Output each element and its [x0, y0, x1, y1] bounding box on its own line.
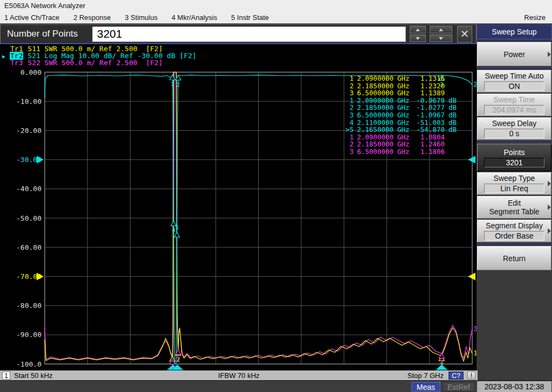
softkey-menu-title: Sweep Setup [477, 24, 552, 39]
softkey-sweep-time: Sweep Time204.0974 ms [477, 94, 551, 116]
svg-text:1: 1 [170, 81, 174, 88]
menu-bar: 1 Active Ch/Trace2 Response3 Stimulus4 M… [0, 12, 552, 24]
softkey-value: 0 s [484, 129, 544, 138]
app-window: E5063A Network Analyzer 1 Active Ch/Trac… [0, 0, 552, 392]
coarse-down-button[interactable] [430, 34, 452, 42]
softkey-label: Sweep Delay [492, 119, 537, 128]
sidebar-divider [477, 141, 552, 143]
softkey-value: 204.0974 ms [484, 105, 544, 115]
step-up-button[interactable] [410, 26, 426, 33]
points-input[interactable] [92, 26, 406, 42]
sidebar-divider [477, 243, 552, 245]
softkey-label: Return [503, 254, 526, 263]
extref-status-badge: ExtRef [443, 382, 475, 391]
submenu-arrow-icon [548, 181, 551, 186]
softkey-label: Segment Display [486, 221, 543, 230]
softkey-label: Sweep Time [493, 95, 535, 104]
submenu-arrow-icon [548, 205, 551, 210]
svg-text:0.000: 0.000 [20, 68, 42, 76]
alert-indicator[interactable]: ! [467, 372, 475, 380]
marker-readout-row: 22.1850000GHz-1.0277dB [343, 104, 457, 111]
svg-text:2: 2 [176, 81, 180, 88]
menu-items: 1 Active Ch/Trace2 Response3 Stimulus4 M… [4, 13, 283, 22]
softkey-value: ON [484, 81, 544, 91]
y-axis-labels: 0.000-10.00-20.00-30.00-40.00-50.00-60.0… [16, 68, 42, 368]
trace-id: Tr3 [10, 59, 23, 67]
softkey-sweep-time-auto[interactable]: Sweep Time AutoON [477, 70, 551, 93]
stop-frequency-label: Stop 7 GHz [408, 372, 444, 380]
marker-readout-row: 22.1850000GHz1.2460 [343, 141, 457, 148]
softkey-power[interactable]: Power [477, 42, 551, 66]
svg-text:-60.00: -60.00 [16, 243, 42, 251]
submenu-arrow-icon [548, 228, 551, 234]
down-arrow-icon [416, 37, 420, 40]
softkey-value: 3201 [484, 158, 544, 167]
meas-status-badge: Meas [411, 382, 440, 391]
softkey-segment-display[interactable]: Segment DisplayOrder Base [477, 220, 551, 242]
marker-stimulus-indicators [167, 365, 447, 370]
menu-item-2-response[interactable]: 2 Response [73, 13, 125, 22]
fine-stepper [410, 26, 426, 42]
softkey-label-line2: Segment Table [489, 207, 539, 216]
softkey-sweep-delay[interactable]: Sweep Delay0 s [477, 117, 551, 140]
dialog-close-button[interactable]: ✕ [457, 26, 472, 43]
step-down-button[interactable] [410, 34, 426, 42]
menu-item-4-mkr-analysis[interactable]: 4 Mkr/Analysis [171, 13, 231, 22]
up-arrow-icon [416, 29, 420, 31]
svg-text:-50.00: -50.00 [16, 214, 42, 222]
softkey-sidebar: Sweep Setup PowerSweep Time AutoONSweep … [477, 24, 552, 380]
dialog-title: Number of Points [1, 29, 92, 39]
trace-status-tr3: Tr3 S22 SWR 500.0 m/ Ref 2.500 [F2] [2, 59, 196, 66]
softkey-edit-segment-table[interactable]: EditSegment Table [477, 196, 551, 219]
svg-text:5: 5 [175, 224, 179, 231]
marker-readout-row: 36.5000000GHz-1.0967dB [343, 111, 457, 119]
menu-item-resize[interactable]: Resize [524, 13, 552, 22]
softkey-label: Sweep Type [494, 174, 535, 183]
softkey-buttons: PowerSweep Time AutoONSweep Time204.0974… [477, 42, 552, 270]
softkey-label: Edit [508, 199, 521, 207]
coarse-up-button[interactable] [430, 26, 452, 33]
instrument-status-bar: Meas ExtRef 2023-08-03 12:38 [0, 380, 552, 392]
svg-text:-10.00: -10.00 [16, 97, 42, 106]
submenu-arrow-icon [548, 52, 551, 57]
start-frequency-label: Start 50 kHz [14, 372, 53, 380]
points-entry-dialog: Number of Points ✕ [0, 24, 477, 44]
marker-readout-row: 12.0900000GHz1.1316 [343, 75, 457, 82]
marker-readout-row: 12.0900000GHz-0.9679dB [343, 97, 457, 104]
correction-status-badge: C? [448, 372, 464, 380]
softkey-label: Points [504, 148, 525, 157]
softkey-sweep-type[interactable]: Sweep TypeLin Freq [477, 172, 551, 195]
menu-item-5-instr-state[interactable]: 5 Instr State [231, 13, 283, 22]
softkey-points[interactable]: Points3201 [477, 144, 551, 171]
softkey-label: Sweep Time Auto [485, 72, 544, 80]
sidebar-divider [477, 67, 552, 69]
svg-text:2: 2 [176, 355, 180, 362]
svg-text:-90.00: -90.00 [16, 331, 42, 339]
menu-item-3-stimulus[interactable]: 3 Stimulus [125, 13, 172, 22]
svg-text:-100.0: -100.0 [16, 360, 42, 368]
trace-legend: Tr1 S11 SWR 500.0 m/ Ref 2.500 [F2]▶Tr2 … [2, 45, 196, 66]
softkey-label: Power [503, 50, 525, 59]
channel-number-badge: 1 [2, 372, 10, 380]
down-arrow-icon [439, 37, 443, 40]
svg-text:-20.00: -20.00 [16, 127, 42, 135]
menu-item-1-active-ch-trace[interactable]: 1 Active Ch/Trace [4, 13, 73, 22]
ifbw-label: IFBW 70 kHz [218, 372, 260, 380]
up-arrow-icon [439, 29, 443, 31]
window-title: E5063A Network Analyzer [0, 0, 552, 12]
svg-text:-40.00: -40.00 [16, 185, 42, 193]
stimulus-status-bar: 1 Start 50 kHz IFBW 70 kHz Stop 7 GHz C?… [0, 370, 478, 380]
softkey-return[interactable]: Return [477, 246, 551, 270]
coarse-stepper [430, 26, 452, 42]
marker-readout-row: 22.1850000GHz1.2320 [343, 82, 457, 90]
marker-readout-row: 36.5000000GHz1.1389 [343, 89, 457, 97]
marker-readout-row: >52.1650000GHz-54.870dB [343, 126, 457, 134]
marker-readout-row: 42.1100000GHz-51.003dB [343, 119, 457, 127]
sidebar-divider [477, 39, 552, 41]
svg-text:-80.00: -80.00 [16, 302, 42, 310]
softkey-value: Order Base [484, 231, 544, 241]
marker-readout-table: 12.0900000GHz1.131622.1850000GHz1.232036… [343, 75, 457, 156]
marker-readout-row: 36.5000000GHz1.1806 [343, 148, 457, 156]
marker-readout-row: 12.0900000GHz1.0804 [343, 134, 457, 141]
clock-display: 2023-08-03 12:38 [477, 381, 551, 392]
